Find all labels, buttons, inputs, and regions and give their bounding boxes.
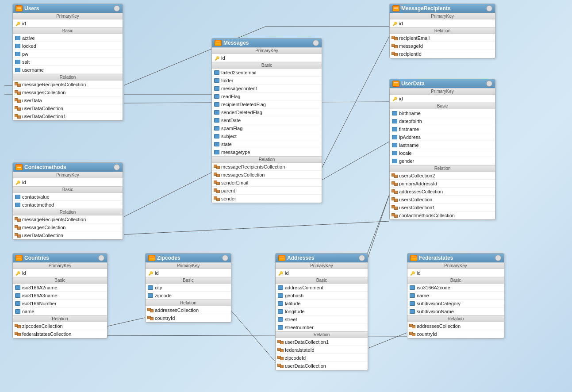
countries-iso2: iso3166A2name bbox=[13, 284, 107, 292]
field-icon bbox=[214, 134, 220, 139]
users-header: Users bbox=[13, 4, 123, 13]
relation-icon bbox=[392, 173, 398, 178]
ud-rel-6: contactmethodsCollection bbox=[390, 211, 495, 219]
ud-relation-section: Relation bbox=[390, 165, 495, 172]
ud-rel-2: primaryAddressId bbox=[390, 180, 495, 188]
users-active: active bbox=[13, 34, 123, 42]
key-icon bbox=[147, 270, 154, 276]
zipcodes-basic-section: Basic bbox=[146, 277, 231, 284]
msg-rel-5: sender bbox=[212, 195, 322, 203]
relation-icon bbox=[15, 233, 21, 238]
users-salt: salt bbox=[13, 58, 123, 66]
cm-rel-2: messagesCollection bbox=[13, 223, 123, 231]
users-rel-4: userDataCollection bbox=[13, 104, 123, 112]
users-rel-1: messageRecipientsCollection bbox=[13, 81, 123, 88]
cm-contactvalue: contactvalue bbox=[13, 193, 123, 201]
ud-rel-5: usersCollection1 bbox=[390, 204, 495, 211]
relation-icon bbox=[15, 106, 21, 111]
key-icon bbox=[214, 55, 220, 61]
field-icon bbox=[15, 59, 21, 65]
addresses-geohash: geohash bbox=[276, 292, 368, 300]
messages-collapse-btn[interactable] bbox=[313, 40, 319, 46]
zipcodes-collapse-btn[interactable] bbox=[222, 255, 228, 261]
fs-rel-2: countryId bbox=[407, 330, 504, 338]
field-icon bbox=[214, 142, 220, 147]
relation-icon bbox=[392, 205, 398, 210]
ud-collapse-btn[interactable] bbox=[486, 81, 492, 87]
svg-line-7 bbox=[124, 221, 389, 234]
users-rel-2: messagesCollection bbox=[13, 88, 123, 96]
msg-folder: folder bbox=[212, 77, 322, 85]
zipcodes-title: Zipcodes bbox=[157, 255, 180, 261]
users-rel-5: userDataCollection1 bbox=[13, 112, 123, 120]
relation-icon bbox=[392, 181, 398, 186]
relation-icon bbox=[277, 347, 284, 353]
relation-icon bbox=[214, 196, 220, 201]
users-rel-3: userData bbox=[13, 96, 123, 104]
field-icon bbox=[392, 150, 398, 156]
zipcodes-relation-section: Relation bbox=[146, 300, 231, 306]
relation-icon bbox=[15, 98, 21, 103]
addr-rel-4: userDataCollection bbox=[276, 362, 368, 370]
users-pk-section: PrimaryKey bbox=[13, 13, 123, 19]
zipcodes-entity: Zipcodes PrimaryKey id Basic city zipcod… bbox=[145, 253, 231, 323]
field-icon bbox=[15, 309, 21, 314]
relation-icon bbox=[392, 213, 398, 218]
addresses-header: Addresses bbox=[276, 254, 368, 262]
field-icon bbox=[409, 285, 415, 290]
mr-collapse-btn[interactable] bbox=[486, 5, 492, 12]
addr-rel-2: federalstateId bbox=[276, 346, 368, 354]
zipcodes-rel-2: countryId bbox=[146, 314, 231, 322]
users-relation-section: Relation bbox=[13, 74, 123, 81]
users-locked: locked bbox=[13, 42, 123, 50]
addresses-collapse-btn[interactable] bbox=[359, 255, 365, 261]
cm-rel-1: messageRecipientsCollection bbox=[13, 215, 123, 223]
users-collapse-btn[interactable] bbox=[114, 5, 120, 12]
countries-collapse-btn[interactable] bbox=[98, 255, 104, 261]
field-icon bbox=[277, 301, 284, 306]
federalstates-entity: Federalstates PrimaryKey id Basic iso316… bbox=[407, 253, 504, 338]
cm-relation-section: Relation bbox=[13, 209, 123, 215]
mr-rel-1: recipientEmail bbox=[390, 34, 495, 42]
msg-rel-1: messageRecipientsCollection bbox=[212, 163, 322, 171]
fs-collapse-btn[interactable] bbox=[495, 255, 501, 261]
users-table-icon bbox=[15, 5, 23, 12]
countries-table-icon bbox=[15, 255, 23, 261]
field-icon bbox=[15, 202, 21, 208]
addresses-title: Addresses bbox=[287, 255, 314, 261]
key-icon bbox=[392, 21, 398, 26]
messages-header: Messages bbox=[212, 38, 322, 47]
cm-collapse-btn[interactable] bbox=[114, 164, 120, 170]
field-icon bbox=[409, 301, 415, 306]
ud-title: UserData bbox=[401, 81, 425, 87]
messages-table-icon bbox=[215, 40, 222, 46]
msg-messagecontent: messagecontent bbox=[212, 85, 322, 92]
msg-messagetype: messagetype bbox=[212, 148, 322, 156]
field-icon bbox=[277, 285, 284, 290]
msg-spamflag: spamFlag bbox=[212, 124, 322, 132]
countries-name: name bbox=[13, 307, 107, 315]
field-icon bbox=[277, 293, 284, 298]
addresses-relation-section: Relation bbox=[276, 331, 368, 338]
messages-basic-section: Basic bbox=[212, 62, 322, 69]
addr-rel-3: zipcodeId bbox=[276, 354, 368, 362]
ud-gender: gender bbox=[390, 157, 495, 165]
fs-rel-1: addressesCollection bbox=[407, 322, 504, 330]
addresses-comment: addressComment bbox=[276, 284, 368, 292]
countries-number: iso3166Number bbox=[13, 300, 107, 307]
msg-recipientdeletedflag: recipientDeletedFlag bbox=[212, 100, 322, 108]
addresses-basic-section: Basic bbox=[276, 277, 368, 284]
countries-rel-1: zipcodesCollection bbox=[13, 322, 107, 330]
msg-rel-4: parent bbox=[212, 187, 322, 195]
field-icon bbox=[277, 325, 284, 330]
relation-icon bbox=[409, 331, 415, 337]
msg-sentdate: sentDate bbox=[212, 116, 322, 124]
cm-rel-3: userDataCollection bbox=[13, 231, 123, 239]
zipcodes-zipcode: zipcode bbox=[146, 292, 231, 300]
relation-icon bbox=[15, 82, 21, 87]
mr-relation-section: Relation bbox=[390, 27, 495, 34]
msg-state: state bbox=[212, 140, 322, 148]
relation-icon bbox=[214, 180, 220, 185]
relation-icon bbox=[392, 35, 398, 41]
key-icon bbox=[15, 270, 21, 276]
